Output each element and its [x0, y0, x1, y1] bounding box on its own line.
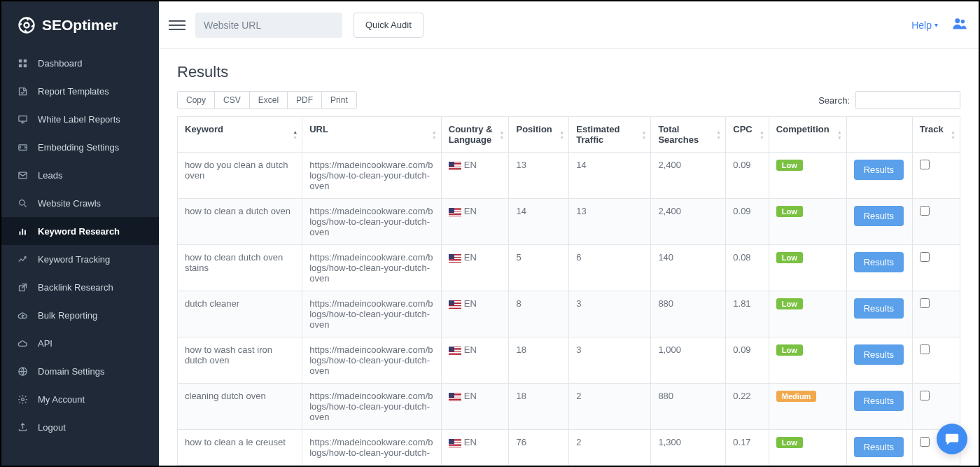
table-row: how to clean a dutch ovenhttps://madeinc…: [178, 199, 960, 245]
sidebar-item-leads[interactable]: Leads: [1, 161, 159, 189]
flag-us-icon: [449, 208, 461, 216]
track-checkbox[interactable]: [920, 160, 930, 169]
sidebar-item-report-templates[interactable]: Report Templates: [1, 77, 159, 105]
sidebar-item-dashboard[interactable]: Dashboard: [1, 49, 159, 77]
results-button[interactable]: Results: [854, 344, 904, 365]
sidebar-item-api[interactable]: API: [1, 329, 159, 357]
sidebar-item-my-account[interactable]: My Account: [1, 385, 159, 413]
col-keyword[interactable]: Keyword: [178, 117, 302, 153]
cell-competition: Low: [769, 291, 846, 337]
cell-cpc: 0.08: [726, 245, 769, 291]
export-print-button[interactable]: Print: [321, 91, 357, 109]
hamburger-menu-icon[interactable]: [169, 17, 186, 34]
track-checkbox[interactable]: [920, 344, 930, 354]
cell-cpc: 0.09: [726, 337, 769, 384]
flag-us-icon: [449, 439, 461, 447]
col-position[interactable]: Position: [509, 117, 569, 153]
svg-rect-2: [18, 59, 21, 62]
table-row: cleaning dutch ovenhttps://madeincookwar…: [178, 384, 960, 430]
brand-name: SEOptimer: [42, 17, 118, 34]
export-copy-button[interactable]: Copy: [177, 91, 215, 109]
col-country[interactable]: Country & Language: [441, 117, 509, 153]
cell-country: EN: [441, 337, 509, 384]
cell-results: Results: [846, 199, 912, 245]
svg-point-15: [21, 398, 24, 400]
sidebar-item-label: Backlink Research: [38, 282, 113, 293]
cell-cpc: 0.09: [726, 153, 769, 199]
competition-badge: Low: [776, 160, 803, 171]
cell-position: 18: [509, 384, 569, 430]
cell-estimated: 13: [569, 199, 651, 245]
table-row: how do you clean a dutch ovenhttps://mad…: [178, 153, 960, 199]
cloud-icon: [17, 337, 28, 349]
search-label: Search:: [818, 95, 850, 106]
col-estimated[interactable]: Estimated Traffic: [569, 117, 651, 153]
results-button[interactable]: Results: [854, 391, 904, 411]
col-url[interactable]: URL: [302, 117, 442, 153]
track-checkbox[interactable]: [920, 391, 930, 400]
track-checkbox[interactable]: [920, 298, 930, 308]
sidebar-item-keyword-tracking[interactable]: Keyword Tracking: [1, 245, 159, 273]
url-input[interactable]: [195, 13, 342, 38]
sidebar-item-white-label-reports[interactable]: White Label Reports: [1, 105, 159, 133]
embed-icon: [17, 141, 28, 153]
track-checkbox[interactable]: [920, 252, 930, 262]
results-button[interactable]: Results: [854, 206, 904, 226]
export-pdf-button[interactable]: PDF: [287, 91, 322, 109]
results-button[interactable]: Results: [854, 437, 904, 457]
results-button[interactable]: Results: [854, 298, 904, 319]
trend-icon: [17, 253, 28, 265]
flag-us-icon: [449, 393, 461, 401]
cell-url: https://madeincookware.com/blogs/how-to-…: [302, 384, 442, 430]
results-button[interactable]: Results: [854, 160, 904, 180]
chat-widget[interactable]: [937, 424, 967, 454]
sidebar-item-label: Keyword Research: [38, 226, 120, 237]
sidebar-item-bulk-reporting[interactable]: Bulk Reporting: [1, 301, 159, 329]
search-input[interactable]: [855, 91, 960, 109]
cell-url: https://madeincookware.com/blogs/how-to-…: [302, 430, 442, 466]
sidebar-item-label: Dashboard: [38, 58, 83, 69]
table-row: how to clean a le creusethttps://madeinc…: [178, 430, 960, 466]
sidebar-item-keyword-research[interactable]: Keyword Research: [1, 217, 159, 245]
cell-total: 2,400: [651, 199, 726, 245]
sidebar-item-logout[interactable]: Logout: [1, 413, 159, 441]
cell-url: https://madeincookware.com/blogs/how-to-…: [302, 199, 442, 245]
flag-us-icon: [449, 254, 461, 263]
track-checkbox[interactable]: [920, 206, 930, 216]
col-cpc[interactable]: CPC: [726, 117, 769, 153]
col-total[interactable]: Total Searches: [651, 117, 726, 153]
help-dropdown[interactable]: Help: [911, 20, 938, 31]
table-row: how to clean dutch oven stainshttps://ma…: [178, 245, 960, 291]
sidebar-item-label: Logout: [38, 422, 66, 433]
sidebar-item-website-crawls[interactable]: Website Crawls: [1, 189, 159, 217]
sidebar-item-domain-settings[interactable]: Domain Settings: [1, 357, 159, 385]
cell-country: EN: [441, 430, 509, 466]
export-excel-button[interactable]: Excel: [249, 91, 288, 109]
sidebar-item-label: Leads: [38, 170, 62, 181]
svg-point-9: [19, 200, 24, 205]
results-button[interactable]: Results: [854, 252, 904, 272]
quick-audit-button[interactable]: Quick Audit: [354, 13, 424, 38]
team-icon[interactable]: [951, 15, 969, 35]
track-checkbox[interactable]: [920, 437, 930, 447]
sidebar-item-embedding-settings[interactable]: Embedding Settings: [1, 133, 159, 161]
gear-icon: [17, 393, 28, 405]
monitor-icon: [17, 113, 28, 125]
cell-keyword: how to clean a le creuset: [178, 430, 302, 466]
sidebar-item-label: Domain Settings: [38, 366, 104, 377]
cloud-upload-icon: [17, 309, 28, 321]
col-track[interactable]: Track: [912, 117, 960, 153]
sidebar-item-backlink-research[interactable]: Backlink Research: [1, 273, 159, 301]
search-icon: [17, 197, 28, 209]
globe-icon: [17, 365, 28, 377]
cell-estimated: 2: [569, 384, 651, 430]
cell-cpc: 1.81: [726, 291, 769, 337]
flag-us-icon: [449, 162, 461, 170]
export-csv-button[interactable]: CSV: [214, 91, 250, 109]
col-competition[interactable]: Competition: [769, 117, 846, 153]
cell-results: Results: [846, 291, 912, 337]
cell-competition: Low: [769, 153, 846, 199]
cell-track: [912, 245, 960, 291]
cell-total: 880: [651, 384, 726, 430]
cell-keyword: dutch cleaner: [178, 291, 302, 337]
